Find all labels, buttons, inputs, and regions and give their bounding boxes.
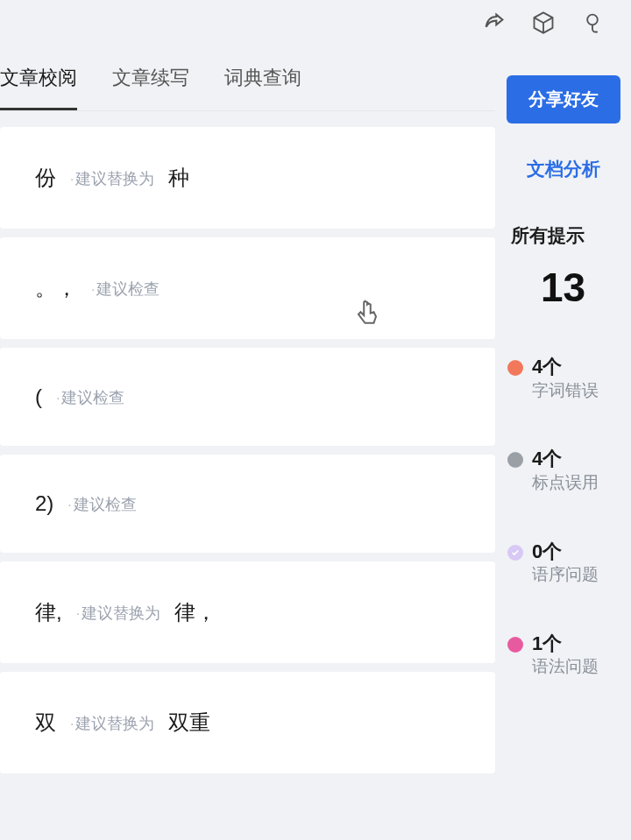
category-label: 语法问题 [532, 656, 599, 678]
dot-icon [507, 452, 523, 468]
suggestion-item[interactable]: 2) ·建议检查 [0, 455, 495, 553]
original-text: 份 [35, 164, 56, 192]
dot-icon [507, 637, 523, 653]
original-text: 律, [35, 598, 62, 626]
check-icon [507, 545, 523, 561]
suggestion-item[interactable]: 律, ·建议替换为 律， [0, 561, 495, 663]
tab-dictionary[interactable]: 词典查询 [224, 65, 301, 98]
hint-text: ·建议检查 [91, 277, 160, 300]
left-panel: 文章校阅 文章续写 词典查询 份 ·建议替换为 种 。， ·建议检查 ( ·建议… [0, 49, 495, 840]
tab-continue[interactable]: 文章续写 [112, 65, 189, 98]
suggestion-item[interactable]: ( ·建议检查 [0, 348, 495, 446]
hint-text: ·建议替换为 [76, 601, 160, 624]
category-list: 4个 字词错误 4个 标点误用 0个 语序问题 [506, 355, 620, 678]
original-text: ( [35, 385, 42, 409]
category-order[interactable]: 0个 语序问题 [507, 540, 620, 586]
suggestion-item[interactable]: 双 ·建议替换为 双重 [0, 672, 495, 773]
headphones-icon[interactable] [580, 11, 605, 35]
hint-text: ·建议替换为 [70, 166, 154, 189]
top-icon-bar [482, 11, 605, 35]
category-count: 4个 [532, 355, 599, 380]
tab-review[interactable]: 文章校阅 [0, 65, 77, 98]
all-hints-label: 所有提示 [506, 223, 585, 248]
svg-point-0 [587, 15, 598, 25]
share-friends-button[interactable]: 分享好友 [507, 75, 620, 124]
cube-icon[interactable] [531, 11, 556, 35]
category-count: 4个 [532, 447, 599, 472]
replacement-text: 种 [168, 164, 189, 192]
original-text: 2) [35, 491, 53, 516]
replacement-text: 律， [174, 598, 216, 626]
original-text: 。， [35, 274, 77, 302]
doc-analysis-button[interactable]: 文档分析 [527, 157, 600, 181]
category-count: 1个 [532, 632, 599, 657]
tab-bar: 文章校阅 文章续写 词典查询 [0, 49, 495, 111]
suggestion-item[interactable]: 份 ·建议替换为 种 [0, 127, 495, 229]
category-punctuation[interactable]: 4个 标点误用 [507, 447, 620, 493]
hint-text: ·建议检查 [56, 385, 124, 408]
category-word-error[interactable]: 4个 字词错误 [507, 355, 620, 401]
hint-text: ·建议检查 [67, 492, 136, 515]
category-label: 字词错误 [532, 380, 599, 402]
suggestions-list: 份 ·建议替换为 种 。， ·建议检查 ( ·建议检查 2) ·建议检查 律, … [0, 127, 495, 840]
suggestion-item[interactable]: 。， ·建议检查 [0, 237, 495, 339]
dot-icon [507, 360, 523, 376]
content-area: 文章校阅 文章续写 词典查询 份 ·建议替换为 种 。， ·建议检查 ( ·建议… [0, 0, 631, 840]
hint-text: ·建议替换为 [70, 711, 154, 734]
category-label: 语序问题 [532, 564, 599, 586]
right-panel: 分享好友 文档分析 所有提示 13 4个 字词错误 4个 标点误用 [495, 49, 631, 840]
category-grammar[interactable]: 1个 语法问题 [507, 632, 620, 678]
category-count: 0个 [532, 540, 599, 565]
total-count: 13 [541, 264, 585, 311]
share-arrow-icon[interactable] [482, 11, 507, 35]
original-text: 双 [35, 709, 56, 737]
category-label: 标点误用 [532, 472, 599, 494]
replacement-text: 双重 [168, 709, 210, 737]
